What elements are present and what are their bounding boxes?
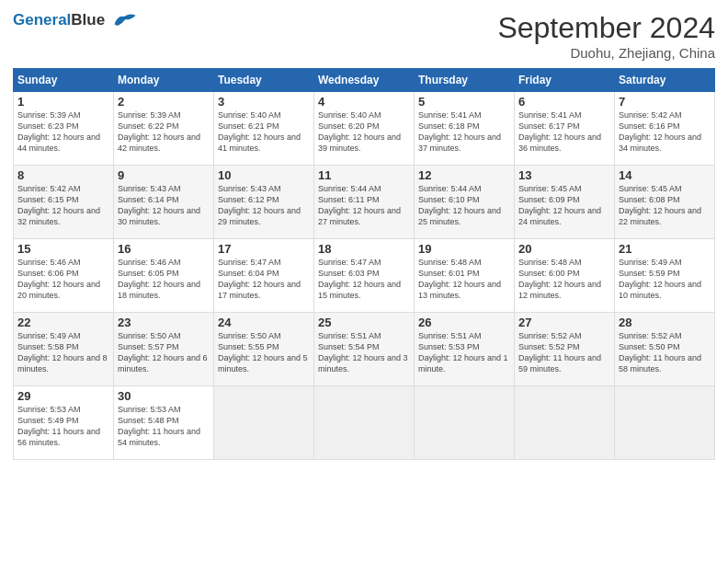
calendar-week-3: 22Sunrise: 5:49 AM Sunset: 5:58 PM Dayli… xyxy=(14,313,715,386)
day-info: Sunrise: 5:49 AM Sunset: 5:58 PM Dayligh… xyxy=(17,330,109,375)
col-monday: Monday xyxy=(114,69,214,92)
table-row: 3Sunrise: 5:40 AM Sunset: 6:21 PM Daylig… xyxy=(214,92,314,166)
day-info: Sunrise: 5:41 AM Sunset: 6:18 PM Dayligh… xyxy=(418,109,510,155)
day-number: 26 xyxy=(418,316,510,329)
day-number: 20 xyxy=(518,242,610,256)
day-number: 6 xyxy=(518,95,610,109)
day-info: Sunrise: 5:51 AM Sunset: 5:53 PM Dayligh… xyxy=(418,330,510,375)
day-info: Sunrise: 5:50 AM Sunset: 5:55 PM Dayligh… xyxy=(218,330,310,375)
day-info: Sunrise: 5:47 AM Sunset: 6:04 PM Dayligh… xyxy=(218,257,310,302)
col-saturday: Saturday xyxy=(615,69,715,92)
table-row: 12Sunrise: 5:44 AM Sunset: 6:10 PM Dayli… xyxy=(415,166,515,239)
day-number: 8 xyxy=(17,168,109,182)
location: Duohu, Zhejiang, China xyxy=(497,45,715,61)
day-number: 24 xyxy=(218,316,310,329)
day-number: 19 xyxy=(418,242,510,256)
day-info: Sunrise: 5:44 AM Sunset: 6:10 PM Dayligh… xyxy=(418,183,510,228)
day-info: Sunrise: 5:53 AM Sunset: 5:48 PM Dayligh… xyxy=(118,404,210,449)
table-row: 23Sunrise: 5:50 AM Sunset: 5:57 PM Dayli… xyxy=(114,313,214,386)
table-row: 5Sunrise: 5:41 AM Sunset: 6:18 PM Daylig… xyxy=(415,92,515,166)
day-number: 29 xyxy=(17,389,109,403)
day-info: Sunrise: 5:44 AM Sunset: 6:11 PM Dayligh… xyxy=(318,183,410,228)
table-row: 9Sunrise: 5:43 AM Sunset: 6:14 PM Daylig… xyxy=(114,166,214,239)
day-info: Sunrise: 5:47 AM Sunset: 6:03 PM Dayligh… xyxy=(318,257,410,302)
day-info: Sunrise: 5:43 AM Sunset: 6:12 PM Dayligh… xyxy=(218,183,310,228)
calendar-week-0: 1Sunrise: 5:39 AM Sunset: 6:23 PM Daylig… xyxy=(14,92,715,166)
day-info: Sunrise: 5:40 AM Sunset: 6:20 PM Dayligh… xyxy=(318,109,410,155)
day-number: 7 xyxy=(619,95,711,109)
calendar-week-1: 8Sunrise: 5:42 AM Sunset: 6:15 PM Daylig… xyxy=(14,166,715,239)
table-row: 11Sunrise: 5:44 AM Sunset: 6:11 PM Dayli… xyxy=(314,166,415,239)
day-info: Sunrise: 5:45 AM Sunset: 6:09 PM Dayligh… xyxy=(518,183,610,228)
table-row: 7Sunrise: 5:42 AM Sunset: 6:16 PM Daylig… xyxy=(615,92,715,166)
day-info: Sunrise: 5:48 AM Sunset: 6:00 PM Dayligh… xyxy=(518,257,610,302)
col-thursday: Thursday xyxy=(415,69,515,92)
table-row: 15Sunrise: 5:46 AM Sunset: 6:06 PM Dayli… xyxy=(14,239,114,313)
table-row xyxy=(615,386,715,460)
col-friday: Friday xyxy=(515,69,615,92)
logo-bird-icon xyxy=(111,11,137,31)
day-number: 5 xyxy=(418,95,510,109)
table-row xyxy=(515,386,615,460)
table-row xyxy=(415,386,515,460)
calendar-week-4: 29Sunrise: 5:53 AM Sunset: 5:49 PM Dayli… xyxy=(14,386,715,460)
page-container: GeneralBlue September 2024 Duohu, Zhejia… xyxy=(0,0,728,467)
day-info: Sunrise: 5:52 AM Sunset: 5:50 PM Dayligh… xyxy=(619,330,711,375)
day-number: 9 xyxy=(118,168,210,182)
day-info: Sunrise: 5:53 AM Sunset: 5:49 PM Dayligh… xyxy=(17,404,109,449)
table-row: 19Sunrise: 5:48 AM Sunset: 6:01 PM Dayli… xyxy=(415,239,515,313)
table-row: 28Sunrise: 5:52 AM Sunset: 5:50 PM Dayli… xyxy=(615,313,715,386)
day-number: 11 xyxy=(318,168,410,182)
table-row: 27Sunrise: 5:52 AM Sunset: 5:52 PM Dayli… xyxy=(515,313,615,386)
calendar-week-2: 15Sunrise: 5:46 AM Sunset: 6:06 PM Dayli… xyxy=(14,239,715,313)
day-number: 17 xyxy=(218,242,310,256)
table-row: 8Sunrise: 5:42 AM Sunset: 6:15 PM Daylig… xyxy=(14,166,114,239)
header-row: Sunday Monday Tuesday Wednesday Thursday… xyxy=(14,69,715,92)
table-row: 25Sunrise: 5:51 AM Sunset: 5:54 PM Dayli… xyxy=(314,313,415,386)
day-number: 23 xyxy=(118,316,210,329)
col-tuesday: Tuesday xyxy=(214,69,314,92)
day-number: 12 xyxy=(418,168,510,182)
day-number: 10 xyxy=(218,168,310,182)
month-title: September 2024 xyxy=(497,11,715,45)
day-info: Sunrise: 5:43 AM Sunset: 6:14 PM Dayligh… xyxy=(118,183,210,228)
table-row: 2Sunrise: 5:39 AM Sunset: 6:22 PM Daylig… xyxy=(114,92,214,166)
table-row: 14Sunrise: 5:45 AM Sunset: 6:08 PM Dayli… xyxy=(615,166,715,239)
table-row: 30Sunrise: 5:53 AM Sunset: 5:48 PM Dayli… xyxy=(114,386,214,460)
table-row: 16Sunrise: 5:46 AM Sunset: 6:05 PM Dayli… xyxy=(114,239,214,313)
day-number: 15 xyxy=(17,242,109,256)
day-number: 30 xyxy=(118,389,210,403)
day-number: 13 xyxy=(518,168,610,182)
day-info: Sunrise: 5:45 AM Sunset: 6:08 PM Dayligh… xyxy=(619,183,711,228)
table-row: 13Sunrise: 5:45 AM Sunset: 6:09 PM Dayli… xyxy=(515,166,615,239)
day-number: 4 xyxy=(318,95,410,109)
day-number: 21 xyxy=(619,242,711,256)
day-info: Sunrise: 5:41 AM Sunset: 6:17 PM Dayligh… xyxy=(518,109,610,155)
logo-text: GeneralBlue xyxy=(13,11,137,31)
day-info: Sunrise: 5:49 AM Sunset: 5:59 PM Dayligh… xyxy=(619,257,711,302)
table-row: 21Sunrise: 5:49 AM Sunset: 5:59 PM Dayli… xyxy=(615,239,715,313)
day-info: Sunrise: 5:39 AM Sunset: 6:22 PM Dayligh… xyxy=(118,109,210,155)
day-number: 14 xyxy=(619,168,711,182)
table-row: 20Sunrise: 5:48 AM Sunset: 6:00 PM Dayli… xyxy=(515,239,615,313)
day-info: Sunrise: 5:42 AM Sunset: 6:15 PM Dayligh… xyxy=(17,183,109,228)
day-number: 2 xyxy=(118,95,210,109)
day-number: 22 xyxy=(17,316,109,329)
day-info: Sunrise: 5:40 AM Sunset: 6:21 PM Dayligh… xyxy=(218,109,310,155)
title-block: September 2024 Duohu, Zhejiang, China xyxy=(497,11,715,61)
day-number: 1 xyxy=(17,95,109,109)
day-info: Sunrise: 5:46 AM Sunset: 6:06 PM Dayligh… xyxy=(17,257,109,302)
table-row: 10Sunrise: 5:43 AM Sunset: 6:12 PM Dayli… xyxy=(214,166,314,239)
table-row: 17Sunrise: 5:47 AM Sunset: 6:04 PM Dayli… xyxy=(214,239,314,313)
table-row: 29Sunrise: 5:53 AM Sunset: 5:49 PM Dayli… xyxy=(14,386,114,460)
day-info: Sunrise: 5:46 AM Sunset: 6:05 PM Dayligh… xyxy=(118,257,210,302)
table-row xyxy=(214,386,314,460)
day-number: 18 xyxy=(318,242,410,256)
day-info: Sunrise: 5:39 AM Sunset: 6:23 PM Dayligh… xyxy=(17,109,109,155)
table-row xyxy=(314,386,415,460)
table-row: 4Sunrise: 5:40 AM Sunset: 6:20 PM Daylig… xyxy=(314,92,415,166)
logo: GeneralBlue xyxy=(13,11,137,31)
col-wednesday: Wednesday xyxy=(314,69,415,92)
day-info: Sunrise: 5:42 AM Sunset: 6:16 PM Dayligh… xyxy=(619,109,711,155)
col-sunday: Sunday xyxy=(14,69,114,92)
